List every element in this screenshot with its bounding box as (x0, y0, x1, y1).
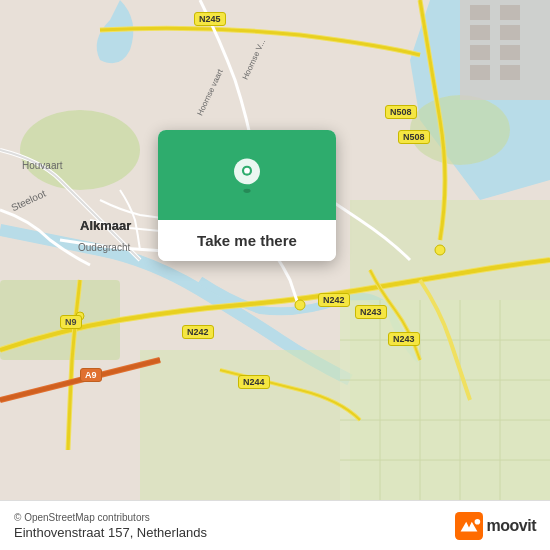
footer: © OpenStreetMap contributors Einthovenst… (0, 500, 550, 550)
svg-rect-16 (470, 5, 490, 20)
road-badge-n242a: N242 (182, 325, 214, 339)
svg-rect-20 (470, 45, 490, 60)
moovit-logo: moovit (455, 512, 536, 540)
svg-rect-23 (500, 65, 520, 80)
popup-card[interactable]: Take me there (158, 130, 336, 261)
svg-rect-4 (140, 350, 340, 500)
svg-point-31 (243, 189, 250, 193)
road-badge-n508a: N508 (385, 105, 417, 119)
road-badge-n244: N244 (238, 375, 270, 389)
road-badge-n508b: N508 (398, 130, 430, 144)
footer-left: © OpenStreetMap contributors Einthovenst… (14, 512, 207, 540)
svg-rect-17 (500, 5, 520, 20)
svg-point-25 (295, 300, 305, 310)
area-label-houvaart: Houvaart (22, 160, 63, 171)
address-text: Einthovenstraat 157, Netherlands (14, 525, 207, 540)
map-container: Alkmaar Oudegracht Houvaart Steeloot Hoo… (0, 0, 550, 500)
svg-rect-19 (500, 25, 520, 40)
svg-rect-18 (470, 25, 490, 40)
road-badge-n245: N245 (194, 12, 226, 26)
moovit-logo-icon (455, 512, 483, 540)
svg-rect-32 (455, 512, 483, 540)
road-badge-n9: N9 (60, 315, 82, 329)
area-label-oudegracht: Oudegracht (78, 242, 130, 253)
road-badge-n243a: N243 (355, 305, 387, 319)
osm-credit: © OpenStreetMap contributors (14, 512, 207, 523)
svg-rect-22 (470, 65, 490, 80)
svg-point-34 (474, 519, 480, 525)
location-pin-icon (229, 157, 265, 193)
svg-point-26 (435, 245, 445, 255)
svg-point-1 (20, 110, 140, 190)
road-badge-n242b: N242 (318, 293, 350, 307)
road-badge-n243b: N243 (388, 332, 420, 346)
svg-rect-21 (500, 45, 520, 60)
take-me-there-button[interactable]: Take me there (158, 220, 336, 261)
popup-green-area (158, 130, 336, 220)
svg-point-30 (244, 168, 250, 174)
road-badge-a9: A9 (80, 368, 102, 382)
city-label-alkmaar: Alkmaar (80, 218, 131, 233)
moovit-text: moovit (487, 517, 536, 535)
